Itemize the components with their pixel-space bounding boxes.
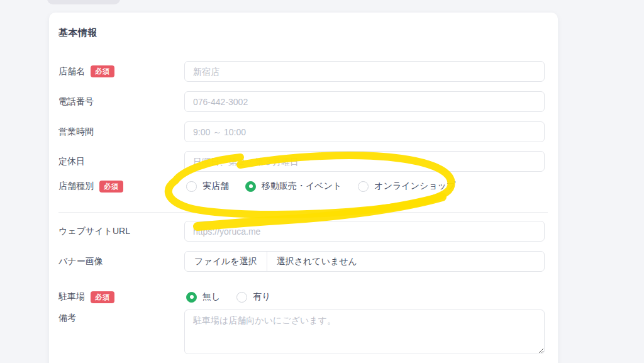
- banner-file-input[interactable]: ファイルを選択 選択されていません: [184, 251, 545, 272]
- form-row-website-url: ウェブサイトURL: [58, 221, 548, 242]
- field-label: 定休日: [58, 156, 184, 167]
- form-row-banner-image: バナー画像 ファイルを選択 選択されていません: [58, 251, 548, 272]
- section-divider: [58, 212, 548, 213]
- radio-label: 実店舗: [203, 181, 229, 192]
- required-badge: 必須: [91, 65, 114, 77]
- file-status-text: 選択されていません: [267, 256, 367, 267]
- required-badge: 必須: [91, 291, 114, 303]
- store-type-radio-mobile-event[interactable]: 移動販売・イベント: [245, 181, 341, 192]
- form-row-hours: 営業時間: [58, 121, 548, 142]
- phone-number-input[interactable]: [184, 91, 545, 112]
- field-label: 電話番号: [58, 96, 184, 108]
- required-badge: 必須: [99, 181, 123, 193]
- form-row-store-type: 店舗種別 必須 実店舗 移動販売・イベント オンラインショップ: [58, 176, 548, 196]
- basic-info-card: 基本情報 店舗名 必須 電話番号 営業時間 定休日: [49, 13, 558, 363]
- top-partial-element: [47, 0, 120, 4]
- field-label: 駐車場 必須: [58, 291, 184, 303]
- business-hours-input[interactable]: [184, 121, 545, 142]
- parking-radio-group: 無し 有り: [184, 291, 548, 303]
- field-label-text: ウェブサイトURL: [58, 226, 130, 237]
- radio-icon[interactable]: [236, 292, 247, 303]
- field-label-text: 電話番号: [58, 96, 94, 108]
- form-row-store-name: 店舗名 必須: [58, 61, 548, 82]
- section-title: 基本情報: [58, 27, 97, 39]
- field-label-text: 定休日: [58, 156, 85, 167]
- field-label-text: 店舗種別: [58, 181, 94, 192]
- field-label-text: バナー画像: [58, 256, 103, 267]
- field-label-text: 店舗名: [58, 66, 85, 77]
- field-label-text: 営業時間: [58, 126, 94, 138]
- store-name-input[interactable]: [184, 61, 545, 82]
- store-type-radio-physical[interactable]: 実店舗: [186, 181, 229, 192]
- store-type-radio-online-shop[interactable]: オンラインショップ: [358, 181, 455, 192]
- closed-days-input[interactable]: [184, 151, 545, 172]
- field-label-text: 駐車場: [58, 291, 85, 303]
- radio-icon[interactable]: [358, 181, 369, 192]
- field-label: 営業時間: [58, 126, 184, 138]
- field-label: バナー画像: [58, 256, 184, 267]
- radio-icon[interactable]: [186, 181, 197, 192]
- parking-radio-available[interactable]: 有り: [236, 291, 270, 303]
- field-label-text: 備考: [58, 313, 76, 324]
- form-row-closed-days: 定休日: [58, 151, 548, 172]
- field-label: 店舗種別 必須: [58, 181, 184, 193]
- website-url-input[interactable]: [184, 221, 545, 242]
- radio-label: 移動販売・イベント: [262, 181, 341, 192]
- radio-label: オンラインショップ: [374, 181, 455, 192]
- radio-label: 有り: [253, 291, 270, 303]
- radio-icon[interactable]: [245, 181, 256, 192]
- notes-textarea[interactable]: [184, 310, 545, 354]
- radio-label: 無し: [203, 291, 220, 303]
- radio-icon[interactable]: [186, 292, 197, 303]
- field-label: ウェブサイトURL: [58, 226, 184, 237]
- field-label: 店舗名 必須: [58, 65, 184, 77]
- form-row-phone: 電話番号: [58, 91, 548, 112]
- form-row-parking: 駐車場 必須 無し 有り: [58, 287, 548, 307]
- store-type-radio-group: 実店舗 移動販売・イベント オンラインショップ: [184, 181, 548, 192]
- file-select-button[interactable]: ファイルを選択: [185, 252, 267, 271]
- field-label: 備考: [58, 310, 184, 324]
- form-row-notes: 備考: [58, 310, 548, 354]
- parking-radio-none[interactable]: 無し: [186, 291, 220, 303]
